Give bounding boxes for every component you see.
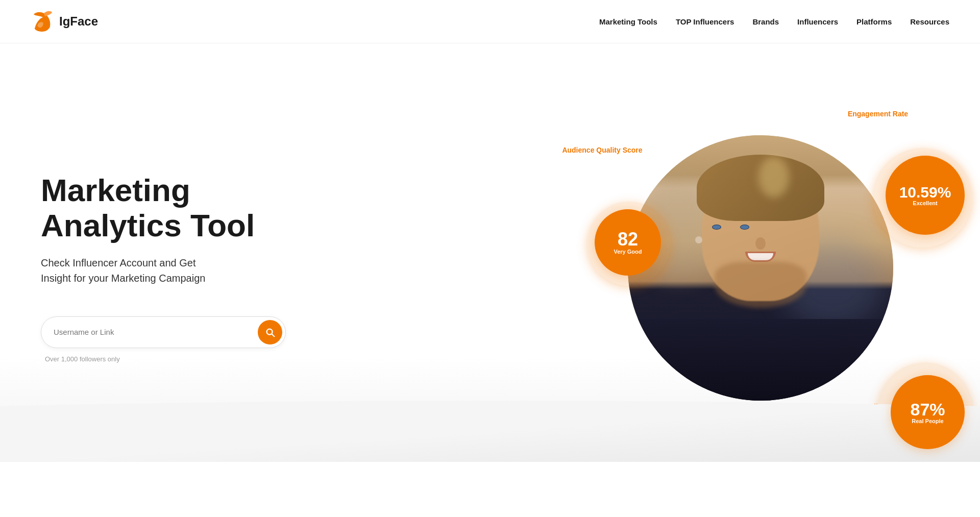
hero-subtitle: Check Influencer Account and GetInsight …	[41, 255, 327, 286]
engagement-badge: 10.59% Excellent	[886, 156, 965, 235]
profile-image	[628, 135, 893, 401]
nav-top-influencers[interactable]: TOP Influencers	[676, 17, 734, 26]
logo[interactable]: IgFace	[31, 9, 98, 34]
main-nav: Marketing Tools TOP Influencers Brands I…	[599, 17, 949, 26]
search-hint: Over 1,000 followers only	[45, 355, 327, 363]
nav-platforms[interactable]: Platforms	[856, 17, 892, 26]
hair-highlight	[758, 157, 789, 198]
search-button[interactable]	[258, 320, 282, 344]
nav-resources[interactable]: Resources	[910, 17, 949, 26]
earring-left	[695, 236, 702, 243]
hero-left: Marketing Analytics Tool Check Influence…	[41, 173, 327, 362]
search-icon	[264, 327, 276, 338]
nav-marketing-tools[interactable]: Marketing Tools	[599, 17, 657, 26]
eye-iris-right	[741, 225, 749, 229]
logo-text: IgFace	[59, 14, 98, 29]
hero-right: Audience Quality Score Engagement Rate A…	[582, 89, 939, 447]
hero-title: Marketing Analytics Tool	[41, 173, 327, 242]
search-bar	[41, 316, 286, 348]
header: IgFace Marketing Tools TOP Influencers B…	[0, 0, 980, 43]
audience-badge: 87% Real People	[891, 375, 965, 449]
beard-shape	[715, 262, 806, 308]
nose-shape	[755, 237, 766, 250]
nav-brands[interactable]: Brands	[752, 17, 779, 26]
shirt-shape	[628, 319, 893, 401]
nav-influencers[interactable]: Influencers	[797, 17, 838, 26]
wave-decoration	[0, 401, 980, 462]
engagement-rate-label: Engagement Rate	[837, 110, 919, 118]
teeth	[748, 253, 773, 260]
eye-iris-left	[713, 225, 721, 229]
quality-badge: 82 Very Good	[595, 209, 661, 276]
logo-icon	[31, 9, 55, 34]
hero-section: Marketing Analytics Tool Check Influence…	[0, 43, 980, 462]
search-input[interactable]	[54, 328, 258, 336]
